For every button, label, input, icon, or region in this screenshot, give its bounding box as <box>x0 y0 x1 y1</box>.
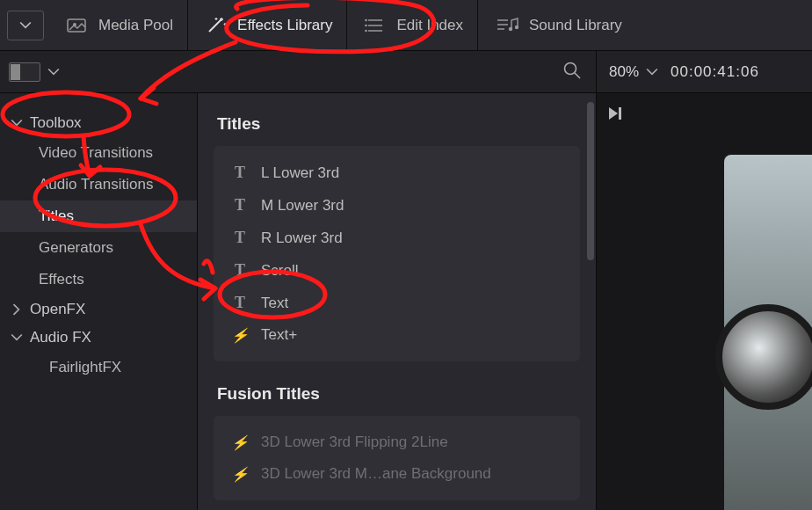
sidebar-item-effects[interactable]: Effects <box>0 264 197 295</box>
sidebar-item-fairlightfx[interactable]: FairlightFX <box>0 352 197 383</box>
sidebar-group-audiofx[interactable]: Audio FX <box>0 324 197 352</box>
effects-content: Titles TL Lower 3rd TM Lower 3rd TR Lowe… <box>198 93 596 510</box>
title-item-text[interactable]: TText <box>219 287 575 319</box>
next-clip-button[interactable] <box>597 93 812 125</box>
magic-wand-icon <box>206 16 228 35</box>
title-label: R Lower 3rd <box>261 230 343 247</box>
svg-point-2 <box>366 18 368 21</box>
music-list-icon <box>496 17 520 34</box>
title-item-m-lower-3rd[interactable]: TM Lower 3rd <box>219 189 575 222</box>
top-toolbar: Media Pool Effects Library Edit Index So… <box>0 0 812 51</box>
chevron-down-icon <box>11 117 23 129</box>
svg-rect-8 <box>619 107 621 120</box>
title-item-r-lower-3rd[interactable]: TR Lower 3rd <box>219 222 575 254</box>
title-item-l-lower-3rd[interactable]: TL Lower 3rd <box>219 157 575 189</box>
text-icon: T <box>231 196 249 215</box>
tab-label: Sound Library <box>529 17 622 34</box>
tab-sound-library[interactable]: Sound Library <box>482 0 636 51</box>
tab-label: Effects Library <box>237 17 332 34</box>
tab-effects-library[interactable]: Effects Library <box>192 0 347 51</box>
title-label: L Lower 3rd <box>261 164 339 182</box>
sidebar-item-titles[interactable]: Titles <box>0 200 197 232</box>
sidebar-group-label: OpenFX <box>30 301 85 318</box>
titles-list: TL Lower 3rd TM Lower 3rd TR Lower 3rd T… <box>214 146 580 361</box>
panel-layout-toggle[interactable] <box>9 62 40 82</box>
tab-label: Edit Index <box>396 17 463 34</box>
chevron-down-icon <box>11 332 23 344</box>
section-heading-titles: Titles <box>198 109 596 146</box>
sub-toolbar: 80% 00:00:41:06 <box>0 51 812 93</box>
text-icon: T <box>231 294 249 312</box>
viewer-frame-detail <box>715 304 812 410</box>
viewer-panel <box>596 93 812 510</box>
title-item-scroll[interactable]: TScroll <box>219 254 575 287</box>
title-label: Scroll <box>261 262 299 280</box>
sidebar-group-label: Audio FX <box>30 329 91 346</box>
bolt-icon: ⚡ <box>231 327 249 344</box>
sidebar-item-video-transitions[interactable]: Video Transitions <box>0 137 197 169</box>
svg-point-3 <box>366 24 368 26</box>
section-heading-fusion-titles: Fusion Titles <box>198 379 596 416</box>
tab-media-pool[interactable]: Media Pool <box>53 0 188 51</box>
tab-label: Media Pool <box>98 17 173 34</box>
chevron-right-icon <box>11 303 23 316</box>
sidebar-group-toolbox[interactable]: Toolbox <box>0 109 197 137</box>
sidebar-group-openfx[interactable]: OpenFX <box>0 295 197 324</box>
workspace-dropdown[interactable] <box>7 11 44 40</box>
svg-point-4 <box>366 29 368 32</box>
svg-point-6 <box>515 25 518 28</box>
next-frame-icon <box>607 106 625 121</box>
sidebar-item-audio-transitions[interactable]: Audio Transitions <box>0 169 197 200</box>
title-label: Text+ <box>261 326 297 344</box>
scrollbar[interactable] <box>587 102 594 260</box>
zoom-value: 80% <box>609 63 639 81</box>
title-label: 3D Lower 3rd Flipping 2Line <box>261 434 448 451</box>
timecode-display[interactable]: 00:00:41:06 <box>671 63 759 81</box>
svg-point-7 <box>565 62 576 74</box>
sidebar-item-generators[interactable]: Generators <box>0 232 197 264</box>
text-icon: T <box>231 261 249 280</box>
zoom-control[interactable]: 80% <box>609 63 658 81</box>
edit-list-icon <box>365 17 388 34</box>
title-label: Text <box>261 295 288 312</box>
text-icon: T <box>231 164 249 182</box>
title-label: 3D Lower 3rd M…ane Background <box>261 465 491 483</box>
bolt-icon: ⚡ <box>231 466 249 483</box>
text-icon: T <box>231 229 249 247</box>
bolt-icon: ⚡ <box>231 434 249 451</box>
effects-sidebar: Toolbox Video Transitions Audio Transiti… <box>0 93 198 510</box>
search-icon[interactable] <box>562 61 582 84</box>
title-label: M Lower 3rd <box>261 197 344 215</box>
chevron-down-icon <box>19 19 32 32</box>
chevron-down-icon[interactable] <box>47 66 60 78</box>
fusion-title-item[interactable]: ⚡3D Lower 3rd Flipping 2Line <box>219 426 575 458</box>
title-item-text-plus[interactable]: ⚡Text+ <box>219 319 575 351</box>
tab-edit-index[interactable]: Edit Index <box>351 0 478 51</box>
svg-point-5 <box>509 26 512 30</box>
fusion-title-item[interactable]: ⚡3D Lower 3rd M…ane Background <box>219 458 575 490</box>
media-pool-icon <box>67 17 90 34</box>
chevron-down-icon <box>646 66 658 78</box>
sidebar-group-label: Toolbox <box>30 114 82 132</box>
fusion-titles-list: ⚡3D Lower 3rd Flipping 2Line ⚡3D Lower 3… <box>214 416 580 500</box>
